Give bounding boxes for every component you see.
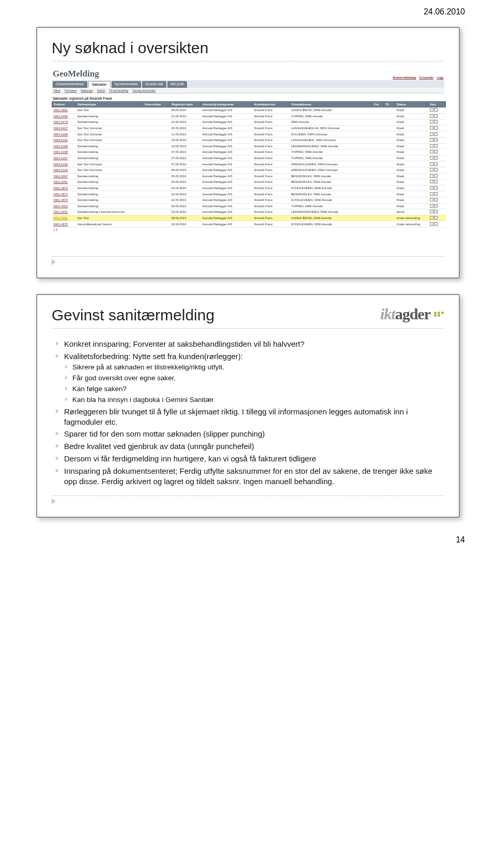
doc-icon[interactable]	[430, 222, 433, 226]
order-link[interactable]: 0904-5427	[52, 125, 76, 131]
column-header[interactable]: Ordrenr	[52, 102, 76, 107]
doc-icon[interactable]	[430, 108, 433, 112]
main-tab[interactable]: Søknader	[88, 81, 111, 88]
table-row[interactable]: 0901-5652San Test08.06.2010Arendal Rørle…	[52, 107, 446, 114]
sub-tab[interactable]: Mine	[54, 89, 60, 92]
table-row[interactable]: 0904-5192San Test Grimstad10.05.2010Aren…	[52, 137, 446, 143]
table-row[interactable]: 0901-4553Sanitærmelding06.04.2010Arendal…	[52, 203, 446, 209]
doc-icon[interactable]	[430, 174, 433, 178]
order-link[interactable]: 0901-4876	[52, 185, 76, 191]
order-link[interactable]: 0904-5156	[52, 161, 76, 167]
main-tab[interactable]: Gravehenvendelser	[53, 81, 87, 88]
column-header[interactable]: Ansvarlig entreprenør	[201, 102, 253, 107]
sub-tab[interactable]: Til behandling	[109, 89, 128, 92]
sub-tab[interactable]: Firmaets	[65, 89, 76, 92]
table-row[interactable]: 0901-5091Sanitærmelding05.05.2010Arendal…	[52, 179, 446, 185]
top-link[interactable]: Logg	[437, 76, 443, 79]
table-row[interactable]: 0904-5427San Test Grimstad20.05.2010Aren…	[52, 125, 446, 131]
table-row[interactable]: 0901-4870Sanitærmelding22.04.2010Arendal…	[52, 197, 446, 203]
table-row[interactable]: 0901-4875Vannmålersøknad Gemini22.04.201…	[52, 221, 446, 227]
table-row[interactable]: 0901-5188Sanitærmelding10.05.2010Arendal…	[52, 143, 446, 149]
map-icon[interactable]	[434, 198, 438, 202]
main-tab[interactable]: Ny henvendelse	[112, 81, 141, 88]
order-link[interactable]: 0901-4875	[52, 221, 76, 227]
doc-icon[interactable]	[430, 180, 433, 183]
column-header[interactable]: Overordnet	[143, 102, 170, 107]
order-link[interactable]: 0901-4553	[52, 203, 76, 209]
order-link[interactable]: 0901-5651	[52, 215, 76, 221]
map-icon[interactable]	[434, 180, 438, 183]
column-header[interactable]: Status	[395, 102, 428, 107]
table-row[interactable]: 0901-5158Sanitærmelding07.05.2010Arendal…	[52, 149, 446, 156]
order-link[interactable]: 0904-5208	[52, 131, 76, 137]
doc-icon[interactable]	[430, 120, 433, 123]
order-link[interactable]: 0904-5192	[52, 137, 76, 143]
table-row[interactable]: 0901-4876Sanitærmelding22.04.2010Arendal…	[52, 185, 446, 191]
doc-icon[interactable]	[430, 186, 433, 190]
top-link[interactable]: Ta kontakt	[419, 76, 433, 79]
column-header[interactable]: Søknadstype	[76, 102, 143, 107]
map-icon[interactable]	[434, 156, 438, 160]
map-icon[interactable]	[434, 210, 438, 213]
order-link[interactable]: 0901-5157	[52, 155, 76, 161]
order-link[interactable]: 0901-5091	[52, 179, 76, 185]
sub-tab[interactable]: Ferdig behandlet	[132, 89, 156, 92]
map-icon[interactable]	[434, 144, 438, 148]
order-link[interactable]: 0901-3941	[52, 209, 76, 215]
map-icon[interactable]	[434, 108, 438, 112]
doc-icon[interactable]	[430, 156, 433, 160]
doc-icon[interactable]	[430, 126, 433, 130]
top-link[interactable]: Brukerveiledning	[393, 76, 416, 79]
table-row[interactable]: 0901-5479Sanitærmelding21.05.2010Arendal…	[52, 119, 446, 126]
order-link[interactable]: 0901-5480	[52, 113, 76, 119]
map-icon[interactable]	[434, 150, 438, 153]
column-header[interactable]: Til	[384, 102, 395, 107]
doc-icon[interactable]	[430, 144, 433, 148]
pager[interactable]: 1 2	[52, 227, 444, 233]
main-tab[interactable]: VA-arkiv søk	[142, 81, 166, 88]
map-icon[interactable]	[434, 126, 438, 130]
order-link[interactable]: 0904-5149	[52, 167, 76, 173]
table-row[interactable]: 0901-5157Sanitærmelding07.05.2010Arendal…	[52, 155, 446, 161]
table-row[interactable]: 0904-5149San Test Grimstad06.05.2010Aren…	[52, 167, 446, 173]
map-icon[interactable]	[434, 216, 438, 220]
table-row[interactable]: 0901-5480Sanitærmelding21.05.2010Arendal…	[52, 113, 446, 119]
map-icon[interactable]	[434, 114, 438, 118]
doc-icon[interactable]	[430, 114, 433, 118]
doc-icon[interactable]	[430, 168, 433, 172]
sub-tab[interactable]: Kladd	[97, 89, 105, 92]
column-header[interactable]: Kontaktperson	[253, 102, 290, 107]
table-row[interactable]: 0901-4872Sanitærmelding22.04.2010Arendal…	[52, 191, 446, 197]
doc-icon[interactable]	[430, 132, 433, 136]
doc-icon[interactable]	[430, 204, 433, 208]
table-row[interactable]: 0901-5651San Test08.06.2010Arendal Rørle…	[52, 215, 446, 221]
order-link[interactable]: 0901-5652	[52, 107, 76, 114]
doc-icon[interactable]	[430, 162, 433, 166]
map-icon[interactable]	[434, 204, 438, 208]
doc-icon[interactable]	[430, 150, 433, 153]
map-icon[interactable]	[434, 174, 438, 178]
order-link[interactable]: 0901-4870	[52, 197, 76, 203]
table-row[interactable]: 0901-3941Sanitærmelding i Arendal kommun…	[52, 209, 446, 215]
main-tab[interactable]: Min profil	[167, 81, 187, 88]
order-link[interactable]: 0901-5097	[52, 173, 76, 179]
map-icon[interactable]	[434, 120, 438, 123]
map-icon[interactable]	[434, 168, 438, 172]
doc-icon[interactable]	[430, 210, 433, 213]
doc-icon[interactable]	[430, 192, 433, 196]
order-link[interactable]: 0901-4872	[52, 191, 76, 197]
doc-icon[interactable]	[430, 216, 433, 220]
table-row[interactable]: 0904-5208San Test Grimstad11.05.2010Aren…	[52, 131, 446, 137]
table-row[interactable]: 0901-5097Sanitærmelding05.05.2010Arendal…	[52, 173, 446, 179]
column-header[interactable]: Kart	[428, 102, 446, 107]
map-icon[interactable]	[434, 132, 438, 136]
map-icon[interactable]	[434, 162, 438, 166]
column-header[interactable]: Graveadresse	[290, 102, 373, 107]
sub-tab[interactable]: Kjøpings	[81, 89, 92, 92]
nav-arrow-icon[interactable]	[52, 259, 56, 265]
map-icon[interactable]	[434, 192, 438, 196]
map-icon[interactable]	[434, 222, 438, 226]
map-icon[interactable]	[434, 138, 438, 142]
order-link[interactable]: 0901-5188	[52, 143, 76, 149]
doc-icon[interactable]	[430, 198, 433, 202]
